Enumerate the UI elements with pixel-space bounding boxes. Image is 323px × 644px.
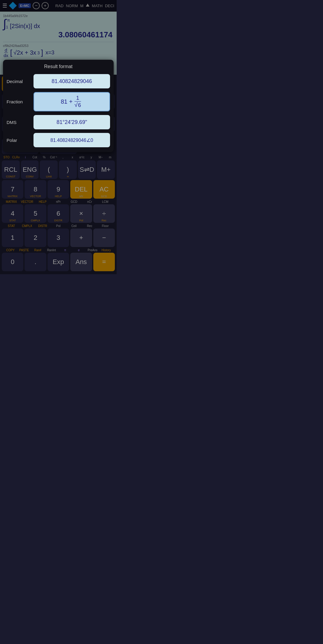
rf-fraction-row[interactable]: Fraction 81 + 1 6: [3, 90, 114, 113]
result-format-title: Result format: [3, 63, 114, 72]
rf-fraction-value[interactable]: 81 + 1 6: [33, 92, 110, 111]
rf-decimal-row[interactable]: Decimal 81.40824829046: [3, 72, 114, 90]
sqrt-6: 6: [74, 102, 81, 108]
rf-polar-row[interactable]: Polar 81.40824829046∠0: [3, 131, 114, 149]
rf-decimal-label: Decimal: [7, 79, 31, 84]
rf-dms-row[interactable]: DMS 81°24'29.69": [3, 113, 114, 131]
rf-dms-label: DMS: [7, 120, 31, 125]
fraction-display: 1 6: [73, 95, 83, 108]
result-format-panel: Result format Decimal 81.40824829046 Fra…: [3, 60, 114, 152]
rf-decimal-value[interactable]: 81.40824829046: [33, 74, 110, 88]
rf-fraction-label: Fraction: [7, 99, 31, 104]
rf-polar-label: Polar: [7, 138, 31, 143]
rf-dms-value[interactable]: 81°24'29.69": [33, 115, 110, 129]
rf-polar-value[interactable]: 81.40824829046∠0: [33, 133, 110, 147]
